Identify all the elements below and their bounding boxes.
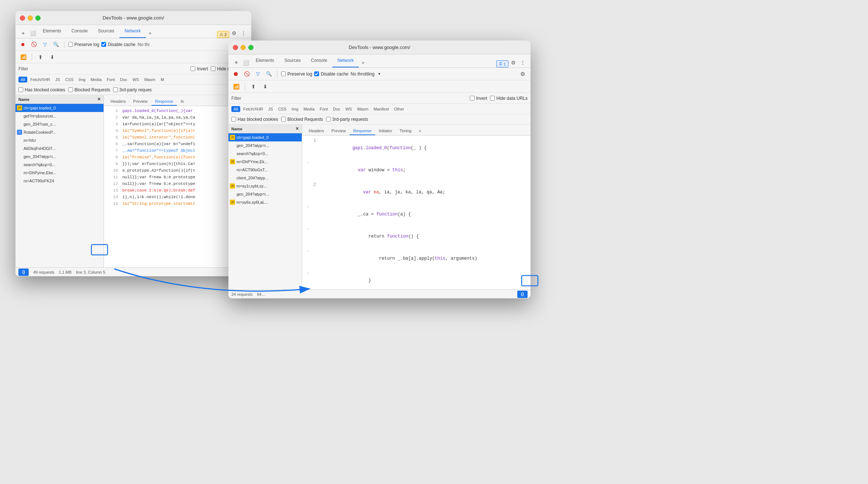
network-settings-icon-2[interactable]: ⚙ [517, 69, 528, 79]
device-icon-2[interactable]: ⬜ [241, 58, 251, 67]
type-css-2[interactable]: CSS [276, 106, 289, 112]
filter-icon-1[interactable]: ▽ [41, 40, 49, 49]
blocked-requests-2[interactable]: Blocked Requests [281, 117, 323, 122]
type-fetch-2[interactable]: Fetch/XHR [241, 106, 265, 112]
invert-input-1[interactable] [190, 66, 195, 71]
req-item-2-9[interactable]: JS m=sy6s,sy6t,aL... [228, 198, 302, 206]
panel-tab-response-2[interactable]: Response [350, 127, 375, 135]
req-item-1-5[interactable]: m=hfcr [15, 136, 104, 144]
inspect-icon-2[interactable]: ⌖ [231, 58, 241, 67]
clear-button-1[interactable]: 🚫 [29, 40, 38, 49]
has-blocked-cookies-2[interactable]: Has blocked cookies [231, 117, 278, 122]
req-item-2-8[interactable]: gen_204?atyp=i... [228, 190, 302, 198]
download-icon-2[interactable]: ⬇ [260, 82, 270, 91]
tab-more-1[interactable]: » [146, 28, 154, 38]
req-item-1-4[interactable]: D RotateCookiesP... [15, 128, 104, 136]
req-list-body-1[interactable]: JS cb=gapi.loaded_0 get?rt=j&sourcei... … [15, 104, 104, 267]
req-item-2-1[interactable]: JS cb=gapi.loaded_0 [228, 133, 302, 141]
third-party-input-2[interactable] [326, 117, 331, 122]
type-ws-1[interactable]: WS [130, 77, 141, 83]
minimize-button-1[interactable] [28, 15, 33, 21]
record-button-1[interactable]: ⏺ [18, 40, 27, 49]
search-icon-2[interactable]: 🔍 [265, 70, 273, 78]
wifi-icon-2[interactable]: 📶 [231, 82, 241, 91]
filter-icon-2[interactable]: ▽ [253, 70, 262, 78]
chat-badge-2[interactable]: ☰ 1 [496, 60, 508, 67]
blocked-requests-input-1[interactable] [68, 87, 73, 92]
clear-button-2[interactable]: 🚫 [242, 70, 251, 78]
type-m-1[interactable]: M [158, 77, 166, 83]
type-font-2[interactable]: Font [318, 106, 330, 112]
has-blocked-cookies-input-1[interactable] [18, 87, 23, 92]
tab-elements-2[interactable]: Elements [251, 54, 279, 67]
req-item-1-10[interactable]: rs=ACT90oFKZ4 [15, 177, 104, 185]
has-blocked-cookies-1[interactable]: Has blocked cookies [18, 87, 65, 92]
req-item-1-6[interactable]: A6DkqFxHDGl7... [15, 144, 104, 152]
tab-console-1[interactable]: Console [66, 25, 93, 38]
download-icon-1[interactable]: ⬇ [48, 52, 57, 62]
preserve-log-input-1[interactable] [68, 42, 73, 47]
type-doc-1[interactable]: Doc [118, 77, 130, 83]
type-all-1[interactable]: All [18, 77, 27, 83]
type-js-2[interactable]: JS [266, 106, 275, 112]
type-manifest-2[interactable]: Manifest [371, 106, 391, 112]
third-party-input-1[interactable] [113, 87, 118, 92]
hide-data-urls-input-2[interactable] [490, 96, 495, 101]
settings-icon-1[interactable]: ⚙ [229, 28, 239, 38]
type-js-1[interactable]: JS [53, 77, 62, 83]
req-item-1-7[interactable]: gen_204?atyp=i... [15, 152, 104, 161]
invert-checkbox-2[interactable]: Invert [470, 96, 487, 101]
tab-console-2[interactable]: Console [306, 54, 332, 67]
req-item-1-9[interactable]: m=DhPyme,Eke... [15, 169, 104, 177]
panel-tab-preview-2[interactable]: Preview [328, 127, 350, 135]
req-item-2-2[interactable]: gen_204?atyp=i... [228, 141, 302, 150]
req-item-2-6[interactable]: client_204?atyp... [228, 174, 302, 182]
tab-network-1[interactable]: Network [119, 25, 146, 38]
minimize-button-2[interactable] [241, 45, 246, 50]
settings-icon-2[interactable]: ⚙ [508, 58, 518, 67]
more-icon-2[interactable]: ⋮ [518, 58, 528, 67]
close-button-1[interactable] [20, 15, 25, 21]
preserve-log-checkbox-2[interactable]: Preserve log [281, 71, 312, 77]
type-all-2[interactable]: All [231, 106, 240, 112]
type-css-1[interactable]: CSS [63, 77, 76, 83]
device-icon-1[interactable]: ⬜ [28, 28, 38, 38]
req-item-2-5[interactable]: rs=ACT90oGsT... [228, 166, 302, 174]
close-button-2[interactable] [233, 45, 238, 50]
req-item-1-8[interactable]: search?q&cp=0... [15, 161, 104, 169]
panel-tab-more-2[interactable]: » [415, 127, 425, 135]
tab-sources-2[interactable]: Sources [279, 54, 306, 67]
col-close-1[interactable]: ✕ [97, 97, 101, 102]
panel-tab-headers-1[interactable]: Headers [107, 98, 130, 106]
req-item-1-2[interactable]: get?rt=j&sourcei... [15, 112, 104, 120]
req-list-body-2[interactable]: JS cb=gapi.loaded_0 gen_204?atyp=i... se… [228, 133, 302, 290]
inspect-icon-1[interactable]: ⌖ [18, 28, 28, 38]
type-doc-2[interactable]: Doc [331, 106, 343, 112]
preserve-log-input-2[interactable] [281, 71, 286, 76]
req-item-2-4[interactable]: JS m=DhPYme,Ek... [228, 158, 302, 166]
third-party-1[interactable]: 3rd-party reques [113, 87, 152, 92]
type-media-1[interactable]: Media [88, 77, 104, 83]
col-close-2[interactable]: ✕ [295, 126, 299, 131]
disable-cache-checkbox-1[interactable]: Disable cache [101, 42, 135, 47]
type-media-2[interactable]: Media [301, 106, 317, 112]
req-item-2-7[interactable]: JS m=sy1r,sybt,sy... [228, 182, 302, 190]
type-ws-2[interactable]: WS [343, 106, 354, 112]
maximize-button-2[interactable] [248, 45, 253, 50]
upload-icon-2[interactable]: ⬆ [249, 82, 258, 91]
search-icon-1[interactable]: 🔍 [52, 40, 60, 49]
disable-cache-checkbox-2[interactable]: Disable cache [314, 71, 348, 77]
blocked-requests-1[interactable]: Blocked Requests [68, 87, 110, 92]
blocked-requests-input-2[interactable] [281, 117, 286, 122]
preserve-log-checkbox-1[interactable]: Preserve log [68, 42, 99, 47]
tab-elements-1[interactable]: Elements [38, 25, 66, 38]
type-img-1[interactable]: Img [77, 77, 88, 83]
type-font-1[interactable]: Font [105, 77, 117, 83]
format-button-2[interactable]: {} [517, 291, 528, 298]
invert-checkbox-1[interactable]: Invert [190, 66, 208, 71]
type-wasm-2[interactable]: Wasm [355, 106, 371, 112]
wifi-icon-1[interactable]: 📶 [18, 52, 28, 62]
panel-tab-headers-2[interactable]: Headers [305, 127, 328, 135]
third-party-2[interactable]: 3rd-party requests [326, 117, 368, 122]
type-img-2[interactable]: Img [290, 106, 301, 112]
